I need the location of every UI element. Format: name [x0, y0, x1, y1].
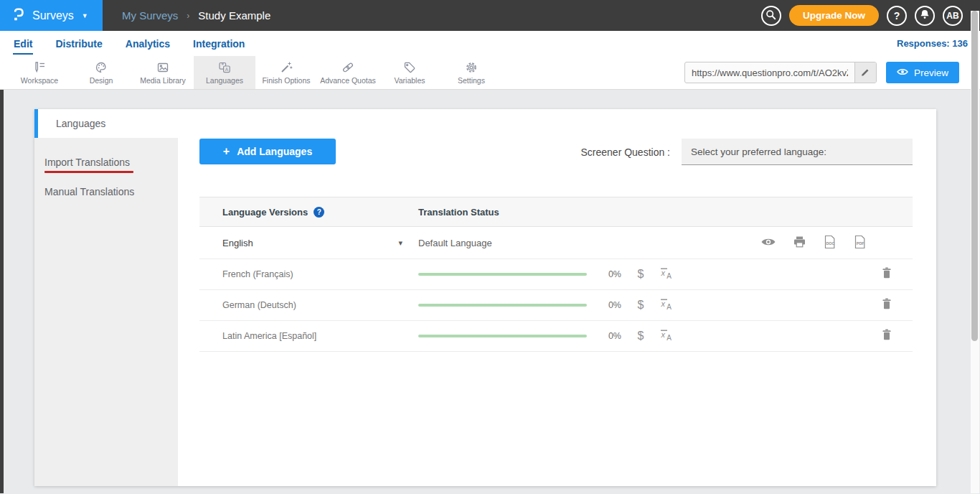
- svg-text:PDF: PDF: [857, 241, 864, 245]
- tab-analytics[interactable]: Analytics: [125, 33, 171, 55]
- column-translation-status: Translation Status: [418, 207, 913, 218]
- tool-label: Design: [90, 76, 113, 85]
- export-pdf-button[interactable]: PDF: [853, 235, 867, 251]
- sidebar-item-import-translations[interactable]: Import Translations: [34, 150, 178, 180]
- page-scrollbar[interactable]: [971, 11, 979, 493]
- screener-question-group: Screener Question : Select your preferre…: [580, 139, 913, 165]
- default-status-cell: Default Language: [418, 235, 913, 251]
- default-row-actions: DOC PDF: [760, 235, 867, 251]
- active-item-underline: [44, 171, 133, 173]
- palette-icon: [94, 60, 108, 75]
- table-header: Language Versions ? Translation Status: [199, 197, 913, 227]
- paid-translation-icon[interactable]: $: [626, 268, 656, 281]
- tool-label: Languages: [206, 76, 243, 85]
- languages-sidebar: Languages Import Translations Manual Tra…: [34, 109, 178, 486]
- scrollbar-thumb[interactable]: [971, 11, 978, 341]
- translation-percent: 0%: [597, 269, 621, 279]
- language-status-cell: 0% $ x A: [418, 328, 913, 344]
- auto-translate-button[interactable]: x A: [659, 328, 673, 344]
- tool-finish-options[interactable]: Finish Options: [255, 56, 317, 89]
- preview-button[interactable]: Preview: [886, 62, 959, 83]
- table-row-french: French (Français) 0% $ x: [199, 259, 913, 290]
- add-languages-button[interactable]: + Add Languages: [199, 139, 336, 164]
- tool-advance-quotas[interactable]: Advance Quotas: [317, 56, 379, 89]
- survey-url-box: [684, 62, 877, 83]
- translation-progress-bar: [418, 273, 587, 276]
- chevron-down-icon[interactable]: ▾: [398, 238, 402, 248]
- auto-translate-button[interactable]: x A: [659, 297, 673, 313]
- help-button[interactable]: ?: [887, 6, 907, 26]
- survey-url-group: Preview: [684, 56, 980, 89]
- tool-variables[interactable]: Variables: [379, 56, 440, 89]
- table-row-latin-america: Latin America [Español] 0% $ x: [199, 321, 913, 352]
- sidebar-item-label: Import Translations: [44, 157, 130, 168]
- tool-media-library[interactable]: Media Library: [132, 56, 194, 89]
- export-doc-button[interactable]: DOC: [823, 235, 837, 251]
- tool-label: Variables: [395, 76, 425, 85]
- translate-xa-icon: x A: [659, 297, 673, 313]
- translation-progress-bar: [418, 335, 587, 337]
- language-name: German (Deutsch): [222, 300, 296, 310]
- print-button[interactable]: [793, 236, 806, 251]
- survey-url-input[interactable]: [685, 62, 854, 83]
- view-button[interactable]: [760, 237, 776, 249]
- printer-icon: [793, 236, 806, 251]
- collapsed-left-panel[interactable]: [0, 90, 4, 493]
- language-name: French (Français): [222, 269, 293, 279]
- chevron-down-icon: ▼: [82, 12, 88, 19]
- tab-edit[interactable]: Edit: [13, 33, 33, 55]
- paid-translation-icon[interactable]: $: [626, 299, 656, 312]
- trash-icon: [880, 297, 894, 313]
- search-icon: [765, 9, 776, 22]
- sidebar-item-manual-translations[interactable]: Manual Translations: [34, 180, 178, 204]
- edit-toolbar: Workspace Design: [0, 56, 980, 90]
- svg-text:A: A: [666, 334, 672, 342]
- screener-question-select[interactable]: Select your preferred language:: [682, 139, 913, 165]
- auto-translate-button[interactable]: x A: [659, 266, 673, 282]
- tool-languages[interactable]: * A Languages: [194, 56, 255, 89]
- chain-links-icon: [341, 60, 355, 75]
- tag-icon: [402, 60, 417, 75]
- gear-icon: [464, 60, 479, 75]
- table-row-default-language: English ▾ Default Language: [199, 227, 913, 259]
- pencil-icon: [860, 66, 870, 79]
- svg-text:A: A: [225, 67, 229, 73]
- delete-language-button[interactable]: [880, 266, 894, 282]
- notifications-button[interactable]: [915, 6, 935, 26]
- upgrade-now-button[interactable]: Upgrade Now: [789, 5, 879, 26]
- tool-design[interactable]: Design: [70, 56, 132, 89]
- eye-icon: [897, 67, 908, 78]
- brand-label: Surveys: [32, 9, 74, 22]
- sidebar-item-label: Manual Translations: [44, 186, 134, 197]
- responses-count[interactable]: Responses: 136: [897, 38, 980, 49]
- tool-label: Finish Options: [262, 76, 310, 85]
- svg-text:A: A: [666, 303, 672, 311]
- breadcrumb-current: Study Example: [198, 9, 270, 22]
- default-language-status: Default Language: [418, 238, 492, 248]
- default-language-cell: English ▾: [199, 238, 418, 248]
- image-icon: [156, 60, 170, 75]
- search-button[interactable]: [761, 6, 781, 26]
- delete-language-button[interactable]: [880, 328, 894, 344]
- brand-menu[interactable]: Surveys ▼: [0, 0, 103, 31]
- language-name-cell: French (Français): [199, 269, 418, 279]
- tool-label: Settings: [458, 76, 485, 85]
- tab-distribute[interactable]: Distribute: [55, 33, 103, 55]
- sidebar-header-languages[interactable]: Languages: [34, 109, 178, 138]
- eye-icon: [760, 237, 776, 249]
- help-circle-icon[interactable]: ?: [314, 207, 324, 218]
- translate-xa-icon: x A: [659, 266, 673, 282]
- questionpro-logo-icon: [11, 6, 26, 25]
- edit-url-button[interactable]: [854, 62, 876, 83]
- paid-translation-icon[interactable]: $: [626, 330, 656, 342]
- delete-language-button[interactable]: [880, 297, 894, 313]
- breadcrumb-my-surveys[interactable]: My Surveys: [122, 9, 178, 22]
- translation-percent: 0%: [597, 300, 621, 310]
- tab-integration[interactable]: Integration: [192, 33, 245, 55]
- avatar[interactable]: AB: [943, 6, 963, 26]
- tool-workspace[interactable]: Workspace: [9, 56, 70, 89]
- tool-settings[interactable]: Settings: [440, 56, 502, 89]
- column-label: Language Versions: [222, 207, 308, 218]
- sidebar-body: Import Translations Manual Translations: [34, 138, 178, 486]
- plus-icon: +: [223, 145, 230, 158]
